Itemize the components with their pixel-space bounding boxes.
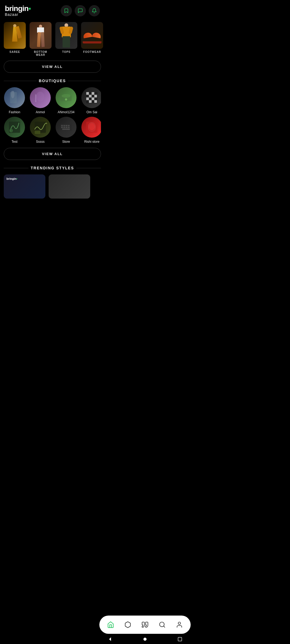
boutique-rishi-name: Rishi store [84, 140, 100, 144]
section-line-right [68, 81, 101, 81]
boutiques-section-header: BOUTIQUES [4, 79, 101, 83]
svg-point-2 [36, 92, 44, 102]
category-footwear-img [81, 22, 103, 49]
view-all-boutiques-button[interactable]: VIEW ALL [4, 148, 101, 160]
boutique-anmol1234[interactable]: ANmol1234 [55, 87, 77, 114]
category-tops-img [55, 22, 77, 49]
chat-button[interactable] [75, 5, 86, 16]
category-tops-label: TOPS [62, 50, 70, 53]
boutique-anmol-avatar [30, 87, 51, 108]
svg-point-5 [61, 94, 70, 98]
boutique-test-name: Test [12, 140, 17, 144]
app-name: bringin▪ [5, 5, 31, 12]
svg-rect-25 [66, 125, 67, 126]
boutique-rishi[interactable]: Rishi store [81, 117, 101, 144]
boutiques-title: BOUTIQUES [39, 79, 66, 83]
category-saree[interactable]: SAREE [4, 22, 26, 56]
category-footwear[interactable]: FOOTWEAR [81, 22, 103, 56]
svg-rect-11 [94, 95, 97, 97]
boutique-sssss[interactable]: Sssss [30, 117, 51, 144]
bookmark-button[interactable] [61, 5, 72, 16]
boutique-anmol-name: Anmol [36, 110, 45, 114]
svg-rect-9 [92, 92, 94, 95]
svg-rect-15 [94, 100, 97, 103]
svg-rect-12 [86, 97, 89, 100]
boutique-store-avatar [56, 117, 77, 138]
svg-rect-24 [63, 125, 65, 126]
section-line-left [4, 81, 37, 81]
svg-point-33 [89, 123, 95, 130]
boutique-omsai-name: Om Sai [86, 110, 97, 114]
svg-point-19 [9, 129, 13, 132]
svg-rect-13 [92, 97, 94, 100]
boutique-store[interactable]: Store [55, 117, 77, 144]
category-saree-label: SAREE [9, 50, 20, 53]
boutique-fashion[interactable]: Fashion [4, 87, 25, 114]
trending-card-1-logo: bringin▪ [6, 177, 17, 180]
header-icons [61, 5, 100, 16]
svg-point-6 [65, 98, 67, 101]
boutique-anmol[interactable]: Anmol [30, 87, 51, 114]
trending-card-2[interactable] [49, 174, 90, 199]
category-saree-img [4, 22, 26, 49]
boutique-sssss-name: Sssss [36, 140, 45, 144]
trending-cards-row: bringin▪ [0, 174, 105, 199]
boutique-anmol1234-name: ANmol1234 [58, 110, 75, 114]
categories-row: SAREE BOTTOM WEAR [0, 19, 105, 56]
svg-rect-28 [63, 127, 65, 128]
category-bottomwear-img [30, 22, 52, 49]
trending-title: TRENDING STYLES [31, 166, 74, 170]
trending-card-1[interactable]: bringin▪ [4, 174, 45, 199]
category-bottomwear[interactable]: BOTTOM WEAR [30, 22, 52, 56]
trending-line-right [76, 168, 101, 168]
view-all-categories-button[interactable]: VIEW ALL [4, 61, 101, 73]
boutique-omsai[interactable]: Om Sai [81, 87, 101, 114]
svg-rect-21 [35, 131, 40, 134]
boutique-sssss-avatar [30, 117, 51, 138]
app-subtitle: Bazaar [5, 12, 31, 17]
trending-line-left [4, 168, 28, 168]
boutiques-row-2: Test Sssss [4, 117, 101, 144]
boutiques-grid: Fashion Anmol [0, 87, 105, 144]
boutiques-row-1: Fashion Anmol [4, 87, 101, 114]
boutique-test[interactable]: Test [4, 117, 25, 144]
boutique-fashion-name: Fashion [9, 110, 20, 114]
category-footwear-label: FOOTWEAR [83, 50, 101, 53]
boutique-store-name: Store [62, 140, 70, 144]
svg-rect-29 [66, 127, 67, 128]
svg-rect-23 [61, 125, 63, 126]
boutique-test-avatar [4, 117, 25, 138]
boutique-fashion-avatar [4, 87, 25, 108]
header: bringin▪ Bazaar [0, 0, 105, 19]
boutique-rishi-avatar [81, 117, 101, 138]
trending-section-header: TRENDING STYLES [4, 166, 101, 170]
svg-rect-3 [35, 94, 36, 102]
svg-rect-10 [89, 95, 92, 97]
svg-rect-14 [89, 100, 92, 103]
category-bottomwear-label: BOTTOM WEAR [30, 50, 52, 56]
svg-rect-27 [61, 127, 63, 128]
boutique-omsai-avatar [81, 87, 101, 108]
category-tops[interactable]: TOPS [55, 22, 77, 56]
boutique-anmol1234-avatar [56, 87, 77, 108]
svg-rect-30 [68, 127, 70, 128]
svg-rect-8 [86, 92, 89, 95]
logo: bringin▪ Bazaar [5, 5, 31, 17]
svg-rect-26 [68, 125, 70, 126]
bell-button[interactable] [89, 5, 100, 16]
svg-rect-31 [62, 129, 70, 130]
